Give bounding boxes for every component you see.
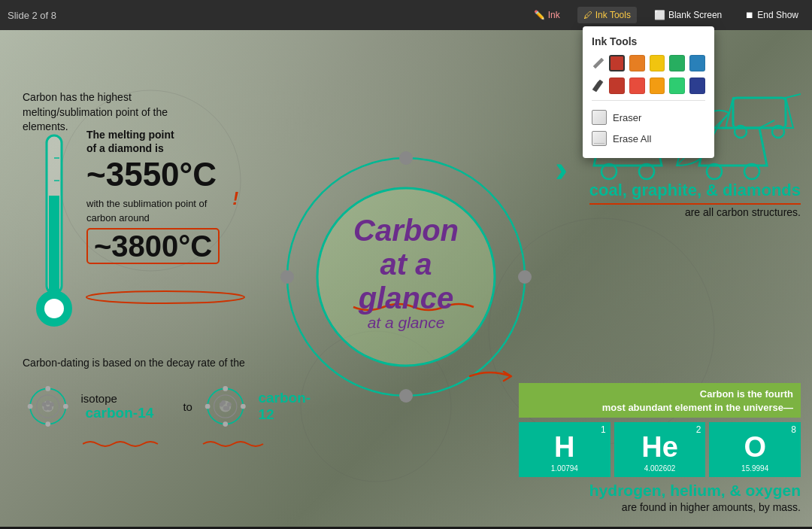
svg-point-22 — [50, 403, 54, 407]
svg-point-20 — [42, 403, 47, 407]
melting-label-2: of a diamond is — [86, 141, 220, 155]
ink-tools-button[interactable]: 🖊 Ink Tools — [577, 7, 637, 23]
slide-info: Slide 2 of 8 — [8, 10, 56, 21]
svg-point-30 — [223, 386, 228, 391]
elements-section: Carbon is the fourth most abundant eleme… — [519, 383, 801, 513]
color-green-thick[interactable] — [669, 78, 685, 94]
svg-point-40 — [399, 389, 413, 403]
svg-point-11 — [44, 299, 64, 318]
svg-point-28 — [241, 404, 246, 409]
ink-button[interactable]: ✏️ Ink — [528, 7, 566, 23]
svg-point-18 — [45, 386, 50, 391]
O-number: 8 — [791, 424, 796, 435]
svg-point-31 — [223, 421, 228, 427]
fourth-text-2: most abundant element in the universe— — [602, 402, 793, 413]
svg-point-12 — [86, 291, 244, 303]
atom-carbon12 — [200, 376, 250, 436]
carbon-subtitle: at a glance — [342, 314, 470, 332]
color-red-thick[interactable] — [629, 78, 645, 94]
ink-tools-icon: 🖊 — [583, 10, 592, 20]
coal-red-underline — [589, 203, 801, 205]
melting-label-1: The melting point — [86, 128, 220, 141]
red-circle-annotation — [83, 290, 248, 305]
element-cards-row: 1 H 1.00794 2 He 4.002602 8 O 15.9994 — [519, 422, 801, 477]
eraser-label: Eraser — [613, 112, 641, 123]
pen-icon: ✏️ — [534, 10, 545, 20]
svg-point-21 — [46, 400, 50, 405]
O-symbol: O — [712, 433, 798, 461]
isotope-row: isotope carbon-14 to carbon-12 — [23, 376, 316, 436]
He-mass: 4.002602 — [617, 464, 703, 473]
sublimation-temp-value: ~3800°C — [86, 228, 220, 264]
blank-icon: ⬜ — [654, 10, 665, 20]
He-symbol: He — [617, 433, 703, 461]
thin-pen-row — [592, 55, 705, 71]
elements-title: hydrogen, helium, & oxygen — [519, 482, 801, 500]
thick-pen-row — [592, 78, 705, 94]
ink-tools-dropdown: Ink Tools Eraser Erase All — [583, 26, 714, 158]
toolbar: Slide 2 of 8 ✏️ Ink 🖊 Ink Tools ⬜ Blank … — [0, 0, 812, 30]
He-number: 2 — [696, 424, 701, 435]
color-dark-red[interactable] — [609, 55, 625, 71]
svg-point-29 — [205, 404, 211, 409]
erase-all-option[interactable]: Erase All — [592, 128, 705, 149]
atom-carbon14 — [23, 376, 73, 436]
svg-point-41 — [280, 270, 294, 284]
melting-temp-value: ~3550°C — [86, 158, 220, 191]
isotope-text-block: isotope carbon-14 — [80, 392, 175, 421]
svg-point-24 — [47, 406, 52, 411]
right-arrow: › — [555, 147, 568, 190]
isotope-from-label: isotope carbon-14 — [80, 392, 175, 421]
svg-line-47 — [786, 94, 801, 98]
divider — [592, 100, 705, 101]
svg-point-16 — [63, 404, 68, 409]
svg-point-42 — [518, 270, 532, 284]
arrow-annotation — [466, 361, 526, 391]
svg-point-19 — [45, 421, 50, 427]
carbon-center-text: Carbon at a glance at a glance — [342, 214, 470, 332]
squiggle-annotation — [83, 438, 293, 450]
color-dark-red-thick[interactable] — [609, 78, 625, 94]
exclamation-annotation: ! — [232, 188, 238, 209]
svg-line-55 — [759, 120, 774, 128]
svg-rect-4 — [49, 196, 59, 296]
svg-point-36 — [225, 406, 229, 411]
color-blue[interactable] — [689, 55, 705, 71]
elements-footer: are found in higher amounts, by mass. — [519, 501, 801, 513]
fourth-element-banner: Carbon is the fourth most abundant eleme… — [519, 383, 801, 418]
svg-point-39 — [399, 151, 413, 165]
temperature-block: The melting point of a diamond is ~3550°… — [86, 128, 220, 264]
H-mass: 1.00794 — [522, 464, 607, 473]
thermometer — [34, 128, 75, 339]
thick-pen-icon — [592, 79, 604, 93]
fourth-text-1: Carbon is the fourth — [700, 388, 793, 400]
erase-all-label: Erase All — [613, 133, 651, 144]
svg-point-23 — [44, 406, 48, 411]
svg-point-35 — [221, 400, 226, 405]
color-green[interactable] — [669, 55, 685, 71]
carbon14-label: carbon-14 — [85, 405, 153, 421]
carbon-main-title: Carbon at a glance — [342, 214, 470, 315]
dropdown-title: Ink Tools — [592, 35, 705, 47]
carbon-dating-label: Carbon-dating is based on the decay rate… — [23, 357, 316, 369]
eraser-icon — [592, 110, 607, 125]
element-card-O: 8 O 15.9994 — [709, 422, 801, 477]
end-icon: ⏹ — [745, 10, 754, 20]
thin-pen-icon — [592, 56, 604, 70]
color-yellow-thick[interactable] — [650, 78, 665, 94]
element-card-He: 2 He 4.002602 — [614, 422, 706, 477]
color-orange[interactable] — [629, 55, 645, 71]
sublimation-label: with the sublimation point of carbon aro… — [86, 197, 214, 224]
color-yellow[interactable] — [650, 55, 665, 71]
carbon-dating-section: Carbon-dating is based on the decay rate… — [23, 357, 316, 436]
H-number: 1 — [601, 424, 606, 435]
svg-point-17 — [28, 404, 33, 409]
end-show-button[interactable]: ⏹ End Show — [739, 7, 804, 23]
O-mass: 15.9994 — [712, 464, 798, 473]
element-card-H: 1 H 1.00794 — [519, 422, 611, 477]
color-dark-blue-thick[interactable] — [689, 78, 705, 94]
to-label: to — [183, 400, 192, 413]
svg-point-33 — [227, 403, 232, 407]
eraser-option[interactable]: Eraser — [592, 107, 705, 128]
blank-screen-button[interactable]: ⬜ Blank Screen — [648, 7, 728, 23]
